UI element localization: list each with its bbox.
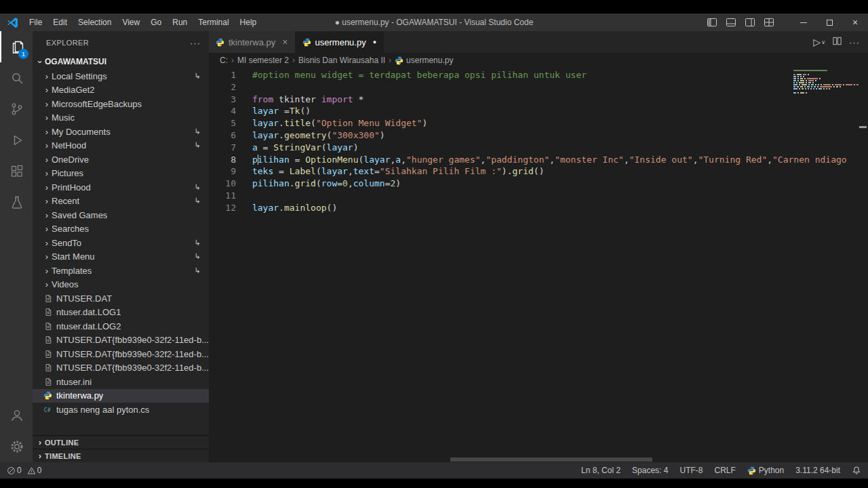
notifications-bell[interactable] [852, 466, 861, 475]
problems-indicator[interactable]: 0 0 [7, 466, 41, 475]
tree-item-templates[interactable]: ›Templates↳ [33, 264, 209, 278]
tree-item-local-settings[interactable]: ›Local Settings↳ [33, 69, 209, 83]
breadcrumb-folder[interactable]: Bisnis Dan Wirausaha II [298, 56, 385, 65]
menu-terminal[interactable]: Terminal [193, 14, 234, 31]
close-button[interactable]: × [842, 14, 868, 31]
code-line-4[interactable]: 4layar =Tk() [209, 105, 868, 117]
explorer-actions-icon[interactable]: ··· [190, 38, 201, 48]
customize-layout-icon[interactable] [760, 17, 778, 28]
tree-item-videos[interactable]: ›Videos [33, 278, 209, 292]
python-interpreter[interactable]: 3.11.2 64-bit [795, 466, 840, 475]
root-folder[interactable]: › OGAWAMATSUI [33, 54, 209, 69]
code-line-3[interactable]: 3from tkinter import * [209, 94, 868, 106]
line-number: 12 [209, 202, 236, 214]
code-line-9[interactable]: 9teks = Label(layar,text="Silahkan Pilih… [209, 165, 868, 178]
code-line-12[interactable]: 12layar.mainloop() [209, 202, 868, 214]
code-editor[interactable]: 1#option menu widget = terdapat beberapa… [209, 68, 868, 462]
code-line-10[interactable]: 10pilihan.grid(row=0,column=2) [209, 178, 868, 190]
svg-text:C#: C# [44, 407, 51, 413]
tree-item-microsoftedgebackups[interactable]: ›MicrosoftEdgeBackups [33, 97, 209, 111]
tree-item-music[interactable]: ›Music [33, 111, 209, 125]
tree-item-ntuser-dat[interactable]: NTUSER.DAT [33, 291, 209, 306]
toggle-sidebar-icon[interactable] [703, 17, 722, 28]
extensions-icon[interactable] [0, 156, 33, 187]
explorer-icon[interactable]: 1 [0, 31, 33, 62]
minimize-button[interactable] [791, 14, 816, 31]
tree-item-searches[interactable]: ›Searches [33, 222, 209, 237]
python-icon [302, 38, 311, 47]
tab-tkinterwa[interactable]: tkinterwa.py × [209, 31, 296, 53]
timeline-section[interactable]: › TIMELINE [33, 449, 209, 462]
tree-item-ntuser-dat-log2[interactable]: ntuser.dat.LOG2 [33, 319, 209, 333]
tree-item-my-documents[interactable]: ›My Documents↳ [33, 125, 209, 139]
tree-item-ntuser-dat-fbb939e0-32f2-11ed-b[interactable]: NTUSER.DAT{fbb939e0-32f2-11ed-b... [33, 347, 209, 361]
menu-help[interactable]: Help [235, 14, 262, 31]
tree-item-mediaget2[interactable]: ›MediaGet2 [33, 83, 209, 98]
code-line-6[interactable]: 6layar.geometry("300x300") [209, 129, 868, 142]
tree-item-ntuser-ini[interactable]: ntuser.ini [33, 375, 209, 389]
menu-go[interactable]: Go [145, 14, 167, 31]
menu-edit[interactable]: Edit [47, 14, 73, 31]
tree-item-start-menu[interactable]: ›Start Menu↳ [33, 250, 209, 264]
minimap[interactable] [793, 70, 859, 94]
tree-item-ntuser-dat-fbb939e0-32f2-11ed-b[interactable]: NTUSER.DAT{fbb939e0-32f2-11ed-b... [33, 361, 209, 375]
menu-file[interactable]: File [24, 14, 47, 31]
shortcut-icon: ↳ [195, 141, 201, 150]
horizontal-scrollbar[interactable] [450, 458, 652, 462]
tree-item-nethood[interactable]: ›NetHood↳ [33, 139, 209, 153]
python-icon [747, 466, 756, 475]
indentation[interactable]: Spaces: 4 [632, 466, 668, 475]
code-line-8[interactable]: 8pilihan = OptionMenu(layar,a,"hunger ga… [209, 154, 868, 166]
breadcrumb-folder[interactable]: MI semester 2 [237, 56, 289, 65]
code-line-2[interactable]: 2 [209, 81, 868, 94]
line-number: 11 [209, 190, 236, 202]
line-number: 7 [209, 142, 236, 154]
search-icon[interactable] [0, 62, 33, 94]
breadcrumb-drive[interactable]: C: [220, 56, 228, 65]
menu-selection[interactable]: Selection [73, 14, 117, 31]
tab-close-icon[interactable]: × [282, 37, 288, 47]
tree-item-saved-games[interactable]: ›Saved Games [33, 208, 209, 222]
more-actions-icon[interactable]: ··· [849, 37, 860, 47]
tree-item-ntuser-dat-fbb939e0-32f2-11ed-b[interactable]: NTUSER.DAT{fbb939e0-32f2-11ed-b... [33, 333, 209, 348]
menu-run[interactable]: Run [167, 14, 193, 31]
tree-item-tugas-neng-aal-pyton-cs[interactable]: C#tugas neng aal pyton.cs [33, 403, 209, 417]
maximize-button[interactable] [816, 14, 842, 31]
account-icon[interactable] [0, 400, 33, 431]
tree-item-printhood[interactable]: ›PrintHood↳ [33, 180, 209, 195]
file-tree: ›Local Settings↳›MediaGet2›MicrosoftEdge… [33, 69, 209, 435]
code-line-1[interactable]: 1#option menu widget = terdapat beberapa… [209, 69, 868, 81]
tab-usermenu[interactable]: usermenu.py ● [296, 31, 384, 53]
testing-icon[interactable] [0, 187, 33, 218]
tree-item-tkinterwa-py[interactable]: tkinterwa.py [33, 389, 209, 403]
split-editor-icon[interactable] [832, 36, 842, 48]
breadcrumb-file[interactable]: usermenu.py [395, 56, 453, 65]
vscode-logo-icon [7, 17, 18, 28]
outline-section[interactable]: › OUTLINE [33, 435, 209, 449]
run-python-file-button[interactable]: ▷ ∨ [813, 37, 825, 47]
language-mode[interactable]: Python [747, 466, 784, 475]
modified-dot-icon[interactable]: ● [373, 39, 376, 45]
toggle-panel-icon[interactable] [722, 17, 741, 28]
tree-item-recent[interactable]: ›Recent↳ [33, 195, 209, 209]
run-debug-icon[interactable] [0, 125, 33, 156]
menu-view[interactable]: View [117, 14, 145, 31]
toggle-secondary-sidebar-icon[interactable] [741, 17, 760, 28]
line-number: 3 [209, 94, 236, 106]
encoding[interactable]: UTF-8 [679, 466, 703, 475]
tree-item-ntuser-dat-log1[interactable]: ntuser.dat.LOG1 [33, 306, 209, 320]
settings-gear-icon[interactable] [0, 431, 33, 462]
cursor-position[interactable]: Ln 8, Col 2 [581, 466, 620, 475]
file-icon [42, 350, 54, 359]
code-line-5[interactable]: 5layar.title("Option Menu Widget") [209, 117, 868, 129]
eol-sequence[interactable]: CRLF [714, 466, 735, 475]
code-line-7[interactable]: 7a = StringVar(layar) [209, 142, 868, 154]
shortcut-icon: ↳ [195, 252, 201, 261]
overview-ruler[interactable] [859, 68, 868, 462]
tree-item-onedrive[interactable]: ›OneDrive [33, 152, 209, 167]
source-control-icon[interactable] [0, 94, 33, 125]
tree-item-pictures[interactable]: ›Pictures [33, 167, 209, 181]
code-line-11[interactable]: 11 [209, 190, 868, 202]
tree-item-sendto[interactable]: ›SendTo↳ [33, 236, 209, 250]
chevron-right-icon: › [42, 196, 52, 206]
